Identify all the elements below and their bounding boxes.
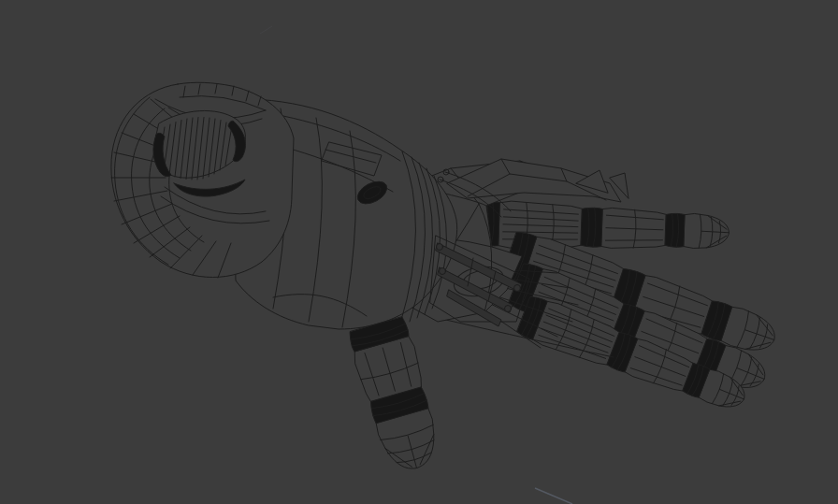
viewport-3d[interactable]	[0, 0, 838, 504]
